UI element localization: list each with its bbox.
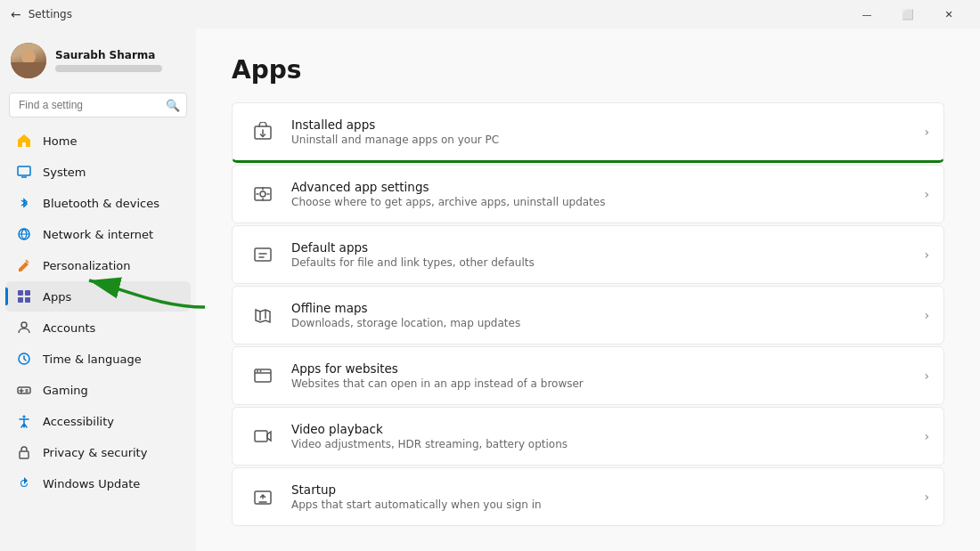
system-icon: [16, 164, 32, 180]
back-icon[interactable]: ←: [11, 7, 21, 21]
close-button[interactable]: ✕: [928, 0, 969, 28]
sidebar-item-personalization[interactable]: Personalization: [5, 250, 191, 280]
time-icon: [16, 351, 32, 367]
svg-rect-4: [25, 290, 30, 296]
svg-point-20: [260, 370, 262, 372]
main-content: Apps Installed appsUninstall and manage …: [196, 28, 980, 551]
svg-rect-11: [20, 451, 29, 458]
sidebar-item-accounts-label: Accounts: [43, 321, 95, 335]
advanced-app-settings-text: Advanced app settingsChoose where to get…: [291, 180, 924, 208]
video-playback-text: Video playbackVideo adjustments, HDR str…: [291, 422, 924, 450]
settings-item-apps-for-websites[interactable]: Apps for websitesWebsites that can open …: [232, 346, 944, 405]
startup-title: Startup: [291, 482, 924, 497]
svg-rect-6: [25, 297, 30, 303]
sidebar-nav: HomeSystemBluetooth & devicesNetwork & i…: [0, 125, 196, 499]
sidebar-item-home-label: Home: [43, 134, 77, 148]
sidebar-item-bluetooth[interactable]: Bluetooth & devices: [5, 188, 191, 218]
minimize-button[interactable]: —: [846, 0, 887, 28]
svg-point-19: [257, 370, 258, 372]
svg-rect-3: [18, 290, 23, 296]
settings-item-advanced-app-settings[interactable]: Advanced app settingsChoose where to get…: [232, 165, 944, 223]
apps-for-websites-chevron: ›: [924, 369, 929, 383]
default-apps-title: Default apps: [291, 240, 924, 255]
accessibility-icon: [16, 413, 32, 429]
installed-apps-description: Uninstall and manage apps on your PC: [291, 134, 924, 146]
sidebar-item-accessibility[interactable]: Accessibility: [5, 406, 191, 436]
sidebar-item-privacy-label: Privacy & security: [43, 446, 147, 459]
gaming-icon: [16, 382, 32, 398]
startup-icon: [247, 481, 279, 513]
sidebar-item-time-label: Time & language: [43, 352, 142, 366]
svg-rect-21: [255, 431, 267, 442]
sidebar: Saurabh Sharma 🔍 HomeSystemBluetooth & d…: [0, 28, 196, 551]
sidebar-item-apps-label: Apps: [43, 290, 71, 304]
default-apps-text: Default appsDefaults for file and link t…: [291, 240, 924, 269]
sidebar-item-system[interactable]: System: [5, 157, 191, 187]
titlebar-controls: — ⬜ ✕: [846, 0, 969, 28]
sidebar-item-network[interactable]: Network & internet: [5, 219, 191, 249]
svg-rect-5: [18, 297, 23, 303]
apps-for-websites-text: Apps for websitesWebsites that can open …: [291, 361, 924, 390]
titlebar-left: ← Settings: [11, 7, 72, 21]
network-icon: [16, 226, 32, 242]
page-title: Apps: [232, 55, 944, 85]
default-apps-icon: [247, 239, 279, 271]
offline-maps-chevron: ›: [924, 308, 929, 322]
startup-chevron: ›: [924, 490, 929, 504]
bluetooth-icon: [16, 195, 32, 211]
installed-apps-title: Installed apps: [291, 117, 924, 132]
offline-maps-icon: [247, 299, 279, 331]
settings-item-installed-apps[interactable]: Installed appsUninstall and manage apps …: [232, 102, 944, 163]
update-icon: [16, 475, 32, 491]
search-icon: 🔍: [166, 99, 180, 112]
advanced-app-settings-icon: [247, 178, 279, 210]
offline-maps-description: Downloads, storage location, map updates: [291, 317, 924, 329]
sidebar-item-update[interactable]: Windows Update: [5, 468, 191, 498]
search-input[interactable]: [9, 93, 187, 117]
advanced-app-settings-description: Choose where to get apps, archive apps, …: [291, 196, 924, 208]
default-apps-chevron: ›: [924, 247, 929, 262]
settings-item-default-apps[interactable]: Default appsDefaults for file and link t…: [232, 225, 944, 284]
apps-for-websites-description: Websites that can open in an app instead…: [291, 377, 924, 390]
svg-point-10: [23, 416, 26, 418]
apps-icon: [16, 288, 32, 304]
avatar[interactable]: [11, 43, 46, 78]
settings-item-offline-maps[interactable]: Offline mapsDownloads, storage location,…: [232, 286, 944, 344]
sidebar-item-time[interactable]: Time & language: [5, 344, 191, 374]
sidebar-item-bluetooth-label: Bluetooth & devices: [43, 197, 159, 210]
installed-apps-icon: [247, 116, 279, 148]
offline-maps-title: Offline maps: [291, 301, 924, 315]
sidebar-item-gaming-label: Gaming: [43, 384, 88, 397]
titlebar: ← Settings — ⬜ ✕: [0, 0, 980, 28]
sidebar-item-personalization-label: Personalization: [43, 259, 131, 272]
sidebar-item-apps[interactable]: Apps: [5, 281, 191, 312]
svg-point-14: [260, 191, 265, 197]
sidebar-item-system-label: System: [43, 166, 86, 179]
app-body: Saurabh Sharma 🔍 HomeSystemBluetooth & d…: [0, 28, 980, 551]
default-apps-description: Defaults for file and link types, other …: [291, 256, 924, 269]
privacy-icon: [16, 444, 32, 460]
user-section[interactable]: Saurabh Sharma: [0, 28, 196, 93]
user-name: Saurabh Sharma: [55, 49, 162, 61]
user-subtitle: [55, 65, 162, 72]
sidebar-item-accounts[interactable]: Accounts: [5, 312, 191, 343]
video-playback-icon: [247, 420, 279, 452]
settings-item-video-playback[interactable]: Video playbackVideo adjustments, HDR str…: [232, 407, 944, 466]
startup-description: Apps that start automatically when you s…: [291, 498, 924, 511]
sidebar-item-network-label: Network & internet: [43, 228, 153, 241]
sidebar-item-gaming[interactable]: Gaming: [5, 375, 191, 405]
sidebar-item-update-label: Windows Update: [43, 477, 140, 490]
svg-rect-0: [18, 166, 30, 175]
restore-button[interactable]: ⬜: [887, 0, 928, 28]
user-info: Saurabh Sharma: [55, 49, 162, 72]
settings-item-startup[interactable]: StartupApps that start automatically whe…: [232, 467, 944, 526]
personalization-icon: [16, 257, 32, 273]
search-box: 🔍: [9, 93, 187, 117]
apps-for-websites-title: Apps for websites: [291, 361, 924, 376]
advanced-app-settings-chevron: ›: [924, 187, 929, 201]
offline-maps-text: Offline mapsDownloads, storage location,…: [291, 301, 924, 329]
sidebar-item-home[interactable]: Home: [5, 126, 191, 156]
video-playback-description: Video adjustments, HDR streaming, batter…: [291, 438, 924, 450]
video-playback-chevron: ›: [924, 429, 929, 443]
sidebar-item-privacy[interactable]: Privacy & security: [5, 437, 191, 467]
